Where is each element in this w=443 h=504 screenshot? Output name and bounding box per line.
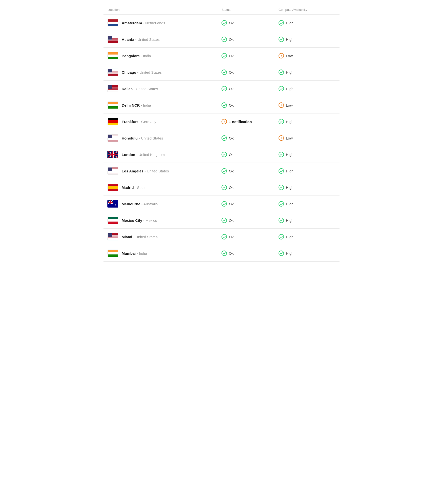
check-icon: [279, 185, 284, 190]
check-icon: [279, 168, 284, 174]
location-name: Madrid - Spain: [122, 185, 147, 190]
check-icon: [222, 152, 227, 157]
compute-cell: High: [279, 168, 336, 174]
flag-nl: [107, 19, 118, 27]
location-cell: Los Angeles - United States: [107, 167, 222, 175]
location-cell: Mumbai - India: [107, 250, 222, 257]
table-row: Dallas - United StatesOkHigh: [103, 81, 340, 97]
compute-cell: iLow: [279, 135, 336, 141]
status-cell: Ok: [222, 218, 279, 223]
check-icon: [279, 234, 284, 239]
status-text: 1 notification: [229, 120, 252, 124]
info-icon: i: [222, 119, 227, 124]
location-name: Atlanta - United States: [122, 37, 159, 41]
status-cell: Ok: [222, 102, 279, 108]
check-icon: [279, 86, 284, 91]
compute-text: High: [286, 235, 293, 239]
location-cell: Madrid - Spain: [107, 184, 222, 191]
compute-cell: High: [279, 119, 336, 124]
status-cell: Ok: [222, 20, 279, 26]
status-cell: Ok: [222, 70, 279, 75]
status-cell: Ok: [222, 152, 279, 157]
location-name: Mexico City - Mexico: [122, 218, 157, 222]
status-cell: Ok: [222, 36, 279, 42]
location-name: Dallas - United States: [122, 87, 158, 91]
location-cell: Bangalore - India: [107, 52, 222, 59]
compute-text: High: [286, 120, 293, 124]
check-icon: [279, 218, 284, 223]
location-name: Melbourne - Australia: [122, 202, 158, 206]
flag-us: [107, 233, 118, 240]
compute-cell: High: [279, 86, 336, 91]
status-cell: Ok: [222, 185, 279, 190]
compute-text: High: [286, 169, 293, 173]
compute-text: High: [286, 153, 293, 157]
info-icon: i: [279, 102, 284, 108]
table-row: Atlanta - United StatesOkHigh: [103, 31, 340, 48]
status-text: Ok: [229, 136, 233, 140]
check-icon: [222, 70, 227, 75]
header-status: Status: [222, 8, 279, 12]
compute-cell: High: [279, 36, 336, 42]
location-cell: London - United Kingdom: [107, 151, 222, 158]
location-cell: Atlanta - United States: [107, 36, 222, 43]
status-cell: Ok: [222, 251, 279, 256]
flag-in: [107, 250, 118, 257]
status-text: Ok: [229, 235, 233, 239]
flag-in: [107, 52, 118, 59]
status-cell: i1 notification: [222, 119, 279, 124]
compute-cell: High: [279, 20, 336, 26]
compute-cell: High: [279, 152, 336, 157]
location-cell: Delhi NCR - India: [107, 101, 222, 109]
compute-cell: High: [279, 218, 336, 223]
info-icon: i: [279, 53, 284, 58]
table-row: London - United KingdomOkHigh: [103, 146, 340, 163]
check-icon: [279, 251, 284, 256]
status-table: Location Status Compute Availability Ams…: [98, 0, 345, 267]
location-name: Honolulu - United States: [122, 136, 163, 140]
table-row: Frankfurt - Germanyi1 notificationHigh: [103, 113, 340, 130]
table-header: Location Status Compute Availability: [103, 5, 340, 15]
location-name: Frankfurt - Germany: [122, 120, 156, 124]
table-row: Delhi NCR - IndiaOkiLow: [103, 97, 340, 113]
status-text: Ok: [229, 185, 233, 190]
check-icon: [222, 201, 227, 207]
flag-us: [107, 85, 118, 92]
location-cell: Amsterdam - Netherlands: [107, 19, 222, 27]
check-icon: [279, 70, 284, 75]
compute-text: High: [286, 185, 293, 190]
status-text: Ok: [229, 21, 233, 25]
check-icon: [279, 201, 284, 207]
check-icon: [222, 53, 227, 58]
location-cell: Mexico City - Mexico: [107, 217, 222, 224]
flag-in: [107, 101, 118, 109]
location-name: London - United Kingdom: [122, 153, 165, 157]
info-icon: i: [279, 135, 284, 141]
status-text: Ok: [229, 169, 233, 173]
status-text: Ok: [229, 70, 233, 74]
table-row: Los Angeles - United StatesOkHigh: [103, 163, 340, 179]
status-text: Ok: [229, 103, 233, 107]
check-icon: [222, 218, 227, 223]
location-name: Bangalore - India: [122, 54, 151, 58]
table-row: Miami - United StatesOkHigh: [103, 229, 340, 245]
compute-text: High: [286, 218, 293, 222]
flag-mx: [107, 217, 118, 224]
location-name: Miami - United States: [122, 235, 158, 239]
flag-es: [107, 184, 118, 191]
check-icon: [279, 20, 284, 26]
status-text: Ok: [229, 218, 233, 222]
table-row: Mumbai - IndiaOkHigh: [103, 245, 340, 262]
header-location: Location: [107, 8, 222, 12]
check-icon: [222, 102, 227, 108]
status-cell: Ok: [222, 53, 279, 58]
compute-cell: High: [279, 251, 336, 256]
location-cell: ✦Melbourne - Australia: [107, 200, 222, 208]
location-cell: Dallas - United States: [107, 85, 222, 92]
table-row: Chicago - United StatesOkHigh: [103, 64, 340, 81]
status-text: Ok: [229, 87, 233, 91]
header-compute: Compute Availability: [279, 8, 336, 12]
table-row: Mexico City - MexicoOkHigh: [103, 212, 340, 229]
check-icon: [222, 36, 227, 42]
flag-us: [107, 36, 118, 43]
